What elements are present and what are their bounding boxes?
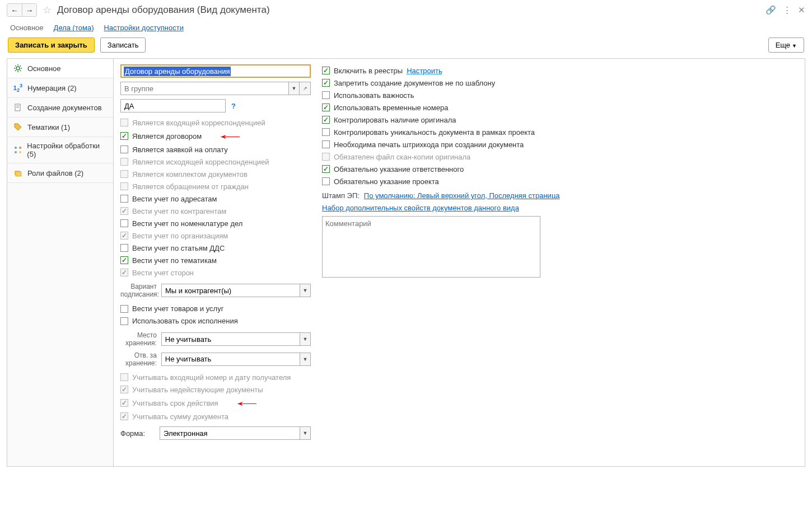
props-link[interactable]: Набор дополнительных свойств документов … [322,204,658,212]
sidebar-item-3[interactable]: Тематики (1) [7,118,113,137]
sidebar-item-0[interactable]: Основное [7,59,113,78]
nav-buttons: ← → [7,3,37,17]
checkbox [120,399,128,407]
checkbox[interactable] [322,116,330,124]
checkbox[interactable] [322,165,330,173]
help-icon[interactable]: ? [229,102,238,110]
group-input[interactable] [120,82,288,95]
checkbox[interactable] [322,91,330,99]
check-label: Обязательно указание проекта [334,177,439,186]
configure-link[interactable]: Настроить [407,67,442,75]
forward-button[interactable]: → [22,4,36,16]
name-input[interactable]: Договор аренды оборудования [120,64,311,78]
check-label: Обязателен файл скан-копии оригинала [334,153,470,161]
group-field-row: ▼ ↗ [120,82,311,95]
sidebar-item-2[interactable]: Создание документов [7,98,113,118]
favorite-star-icon[interactable]: ☆ [43,4,52,16]
open-icon[interactable]: ↗ [300,82,311,95]
dropdown-icon[interactable]: ▼ [300,284,311,297]
dropdown-icon[interactable]: ▼ [288,82,300,95]
checkbox[interactable] [322,128,330,136]
svg-point-5 [19,147,21,149]
check-label: Необходима печать штрихкода при создании… [334,140,524,149]
storage-combo[interactable]: ▼ [161,332,311,346]
check-row: Включить в реестры Настроить [322,64,658,77]
doc-icon [13,102,23,112]
kebab-menu-icon[interactable]: ⋮ [783,5,791,15]
code-input[interactable] [120,99,226,112]
checkbox [120,119,128,126]
checkbox[interactable] [322,79,330,87]
check-row: Контролировать уникальность документа в … [322,126,658,138]
dropdown-icon[interactable]: ▼ [300,353,311,366]
content: Договор аренды оборудования ▼ ↗ ? Являет… [114,59,805,466]
checkbox [120,373,128,381]
checkbox[interactable] [120,132,128,140]
comment-textarea[interactable] [322,216,540,278]
checkbox[interactable] [322,177,330,185]
sign-input[interactable] [161,284,300,297]
checkbox[interactable] [322,67,330,74]
checkbox[interactable] [120,219,128,227]
link-icon[interactable]: 🔗 [766,5,776,15]
checkbox [120,170,128,178]
titlebar: ← → ☆ Договор аренды оборудования (Вид д… [0,0,812,20]
checkbox[interactable] [120,256,128,264]
check-row: Вести учет по контрагентам [120,205,311,217]
tab-access[interactable]: Настройки доступности [104,24,183,32]
check-label: Вести учет по статьям ДДС [132,244,225,252]
check-label: Является заявкой на оплату [132,145,228,154]
svg-point-4 [15,147,17,149]
form-row: Форма: ▼ [120,426,311,440]
save-close-button[interactable]: Записать и закрыть [8,37,95,53]
more-button[interactable]: Еще▼ [768,37,804,53]
checkbox[interactable] [120,195,128,203]
flow-icon [13,145,22,155]
check-row: Является заявкой на оплату [120,143,311,156]
checkbox[interactable] [120,244,128,252]
back-button[interactable]: ← [7,4,22,16]
checkbox[interactable] [120,305,128,313]
checkbox[interactable] [120,145,128,153]
checkbox [120,269,128,276]
sidebar-item-4[interactable]: Настройки обработки (5) [7,137,113,163]
check-label: Является исходящей корреспонденцией [132,158,269,166]
check-label: Вести учет по адресатам [132,195,217,203]
check-label: Вести учет по тематикам [132,256,217,265]
checkbox[interactable] [322,104,330,111]
dropdown-icon[interactable]: ▼ [300,332,311,346]
check-row: Контролировать наличие оригинала [322,114,658,126]
dropdown-icon[interactable]: ▼ [300,426,311,440]
check-row: Вести учет по номенклатуре дел [120,217,311,229]
group-combo[interactable]: ▼ ↗ [120,82,311,95]
checkbox[interactable] [120,317,128,325]
tab-cases[interactable]: Дела (тома) [54,24,94,32]
resp-combo[interactable]: ▼ [161,353,311,366]
sign-combo[interactable]: ▼ [161,284,311,297]
stamp-link[interactable]: По умолчанию: Левый верхний угол, Послед… [364,191,560,200]
check-row: Использовать срок исполнения [120,315,311,327]
arrow-annotation: ← [214,129,246,143]
storage-input[interactable] [161,332,300,346]
sidebar-item-1[interactable]: 123Нумерация (2) [7,78,113,98]
svg-rect-9 [16,172,21,176]
form-combo[interactable]: ▼ [160,426,311,440]
check-row: Является комплектом документов [120,168,311,180]
stamp-row: Штамп ЭП: По умолчанию: Левый верхний уг… [322,191,658,200]
svg-point-0 [16,67,20,70]
check-label: Вести учет сторон [132,269,194,277]
check-label: Учитывать входящий номер и дату получате… [132,373,291,382]
tab-main[interactable]: Основное [10,24,44,32]
close-icon[interactable]: ✕ [798,5,805,15]
resp-input[interactable] [161,353,300,366]
page-title: Договор аренды оборудования (Вид докумен… [57,4,270,16]
svg-point-7 [19,151,21,153]
check-label: Является входящей корреспонденцией [132,119,265,127]
sign-variant-row: Вариант подписания: ▼ [120,283,311,299]
check-label: Учитывать сумму документа [132,412,228,421]
save-button[interactable]: Записать [100,37,146,53]
form-input[interactable] [160,426,300,440]
checkbox[interactable] [322,140,330,148]
check-row: Вести учет товаров и услуг [120,303,311,315]
sidebar-item-5[interactable]: Роли файлов (2) [7,163,113,183]
